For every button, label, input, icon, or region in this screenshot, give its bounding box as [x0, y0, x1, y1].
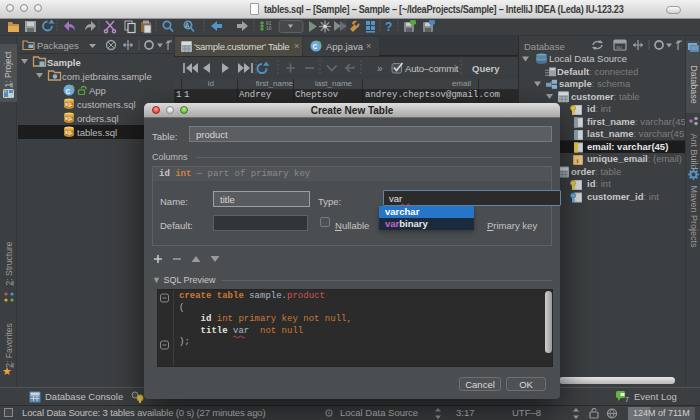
- svg-text:id: int: id: int: [587, 103, 611, 114]
- svg-text:customers.sql: customers.sql: [77, 99, 136, 110]
- svg-text:7: 7: [625, 396, 629, 403]
- svg-text:customer: table: customer: table: [571, 91, 640, 102]
- svg-text:last_name: varchar(45: last_name: varchar(45: [587, 128, 684, 139]
- svg-text:SQL: SQL: [65, 103, 73, 107]
- svg-text:C: C: [66, 87, 71, 96]
- svg-text:10: 10: [266, 26, 272, 31]
- svg-text:customer_id: int: customer_id: int: [587, 191, 659, 202]
- svg-text:Query: Query: [472, 63, 500, 74]
- svg-text:first_name: varchar(45: first_name: varchar(45: [587, 116, 685, 127]
- svg-text:»: »: [377, 63, 383, 74]
- svg-text:com.jetbrains.sample: com.jetbrains.sample: [62, 71, 152, 82]
- svg-text:orders.sql: orders.sql: [77, 113, 119, 124]
- svg-text:?: ?: [385, 20, 392, 34]
- svg-text:Packages: Packages: [37, 40, 79, 51]
- svg-text:sample: schema: sample: schema: [559, 78, 631, 89]
- svg-text:email: varchar(45): email: varchar(45): [587, 141, 668, 152]
- svg-text:tables.sql: tables.sql: [77, 127, 117, 138]
- svg-text:App: App: [89, 85, 106, 96]
- svg-text:order: table: order: table: [571, 166, 621, 177]
- svg-text:i: i: [577, 157, 579, 165]
- svg-text:A: A: [185, 22, 190, 29]
- svg-text:Local Data Source: Local Data Source: [549, 53, 627, 64]
- svg-text:id: int: id: int: [587, 178, 611, 189]
- svg-text:unique_email: (email): unique_email: (email): [587, 153, 682, 164]
- svg-text:Default: connected: Default: connected: [557, 66, 638, 77]
- svg-text:C: C: [313, 42, 318, 51]
- svg-text:Auto–commit: Auto–commit: [405, 63, 459, 74]
- svg-text:Sample: Sample: [47, 57, 81, 68]
